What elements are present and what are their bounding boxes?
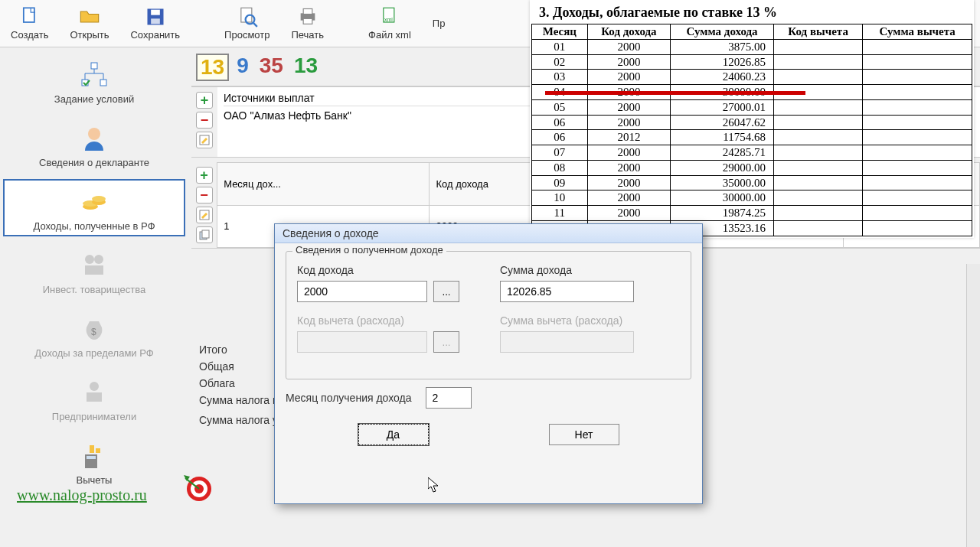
folder-open-icon — [79, 6, 100, 28]
ref-h-code: Код дохода — [587, 24, 670, 40]
svg-rect-28 — [90, 445, 94, 453]
nav-deductions-label: Вычеты — [77, 474, 113, 486]
dialog-title: Сведения о доходе — [275, 224, 702, 243]
open-button[interactable]: Открыть — [59, 0, 119, 47]
svg-point-21 — [94, 255, 103, 264]
red-highlight-line — [545, 91, 805, 95]
preview-label: Просмотр — [224, 29, 270, 41]
nav-declarant-label: Сведения о декларанте — [39, 157, 149, 168]
remove-income-button[interactable]: − — [196, 187, 213, 203]
handshake-icon — [79, 250, 109, 281]
copy-income-button[interactable] — [196, 226, 213, 243]
month-input[interactable] — [426, 387, 472, 409]
add-source-button[interactable]: + — [196, 92, 213, 109]
print-button[interactable]: Печать — [280, 0, 335, 47]
ref-row: 08200029000.00 — [532, 160, 972, 175]
nav-income-rf-label: Доходы, полученные в РФ — [33, 220, 155, 232]
preview-icon — [237, 6, 258, 28]
nav-deductions[interactable]: Вычеты — [3, 433, 185, 490]
svg-point-20 — [85, 255, 94, 264]
income-info-dialog: Сведения о доходе Сведения о полученном … — [274, 223, 703, 504]
col-month[interactable]: Месяц дох... — [217, 163, 430, 206]
dialog-no-button[interactable]: Нет — [549, 424, 619, 445]
income-sum-label: Сумма дохода — [500, 264, 680, 276]
save-label: Сохранить — [130, 29, 180, 41]
rate-35[interactable]: 35 — [256, 54, 286, 81]
remove-source-button[interactable]: − — [196, 112, 213, 129]
income-side-buttons: + − — [191, 162, 217, 248]
dialog-group: Сведения о полученном доходе Код дохода … — [286, 251, 691, 379]
svg-line-6 — [253, 23, 257, 27]
target-icon — [184, 474, 214, 504]
check-label: Пр — [433, 18, 446, 29]
coins-icon — [79, 187, 109, 217]
ref-h-dcode: Код вычета — [773, 24, 862, 40]
nav-entrepreneurs-label: Предприниматели — [52, 411, 136, 422]
dialog-yes-button[interactable]: Да — [358, 424, 429, 445]
print-icon — [297, 6, 318, 28]
copy-icon — [199, 230, 210, 240]
mouse-cursor-icon — [428, 477, 440, 494]
xml-button[interactable]: xml Файл xml — [358, 0, 422, 47]
deduction-code-browse-button: ... — [433, 331, 459, 353]
svg-rect-25 — [87, 392, 102, 402]
income-code-label: Код дохода — [297, 264, 477, 276]
deduction-code-label: Код вычета (расхода) — [297, 314, 477, 327]
ref-h-sum: Сумма дохода — [671, 24, 774, 40]
svg-rect-27 — [87, 456, 96, 459]
rate-13-green[interactable]: 13 — [291, 54, 321, 81]
reference-document: 3. Доходы, облагаемые по ставке 13 % Мес… — [530, 0, 974, 238]
preview-button[interactable]: Просмотр — [214, 0, 280, 47]
edit-icon — [199, 210, 210, 220]
nav-income-abroad-label: Доходы за пределами РФ — [34, 347, 153, 359]
sources-side-buttons: + − — [191, 87, 217, 157]
svg-rect-29 — [96, 448, 100, 453]
income-code-browse-button[interactable]: ... — [433, 281, 459, 302]
nav-invest-label: Инвест. товарищества — [43, 284, 146, 295]
print-label: Печать — [291, 29, 324, 41]
edit-income-button[interactable] — [196, 207, 213, 223]
save-button[interactable]: Сохранить — [119, 0, 191, 47]
person-icon — [79, 123, 109, 154]
rate-13-yellow[interactable]: 13 — [196, 54, 229, 81]
nav-conditions[interactable]: Задание условий — [3, 52, 185, 109]
nav-income-rf[interactable]: Доходы, полученные в РФ — [3, 179, 185, 236]
ref-row: 07200024285.71 — [532, 145, 972, 161]
money-bag-icon: $ — [79, 314, 109, 344]
deduction-sum-label: Сумма вычета (расхода) — [500, 314, 680, 327]
edit-source-button[interactable] — [196, 132, 213, 148]
svg-text:xml: xml — [384, 17, 393, 22]
svg-point-19 — [92, 196, 106, 202]
deduction-code-input — [297, 331, 427, 353]
income-sum-input[interactable] — [500, 281, 634, 302]
svg-rect-12 — [91, 63, 97, 69]
left-navigation: Задание условий Сведения о декларанте До… — [0, 49, 188, 493]
briefcase-person-icon — [79, 377, 109, 408]
svg-point-15 — [88, 128, 100, 140]
rate-9[interactable]: 9 — [234, 54, 252, 81]
ref-row: 0120003875.00 — [532, 39, 972, 54]
ref-h-month: Месяц — [532, 24, 588, 40]
ref-title: 3. Доходы, облагаемые по ставке 13 % — [539, 5, 968, 21]
ref-row: 10200030000.00 — [532, 190, 972, 206]
vertical-scrollbar[interactable] — [966, 264, 980, 547]
tree-icon — [79, 60, 109, 90]
svg-text:$: $ — [91, 327, 96, 337]
add-income-button[interactable]: + — [196, 167, 213, 184]
nav-declarant[interactable]: Сведения о декларанте — [3, 116, 185, 173]
deduction-sum-input — [500, 331, 634, 353]
nav-invest: Инвест. товарищества — [3, 243, 185, 300]
income-code-input[interactable] — [297, 281, 427, 302]
create-button[interactable]: Создать — [0, 0, 59, 47]
svg-rect-22 — [85, 265, 103, 275]
check-button[interactable]: Пр — [422, 0, 456, 47]
ref-row: 03200024060.23 — [532, 70, 972, 85]
ref-h-dsum: Сумма вычета — [863, 24, 972, 40]
svg-rect-14 — [100, 80, 106, 86]
dialog-group-title: Сведения о полученном доходе — [292, 244, 446, 256]
ref-row: 11200019874.25 — [532, 206, 972, 221]
xml-file-icon: xml — [379, 6, 400, 28]
calculator-icon — [79, 441, 109, 471]
ref-row: 02200012026.85 — [532, 54, 972, 70]
open-label: Открыть — [70, 29, 109, 41]
